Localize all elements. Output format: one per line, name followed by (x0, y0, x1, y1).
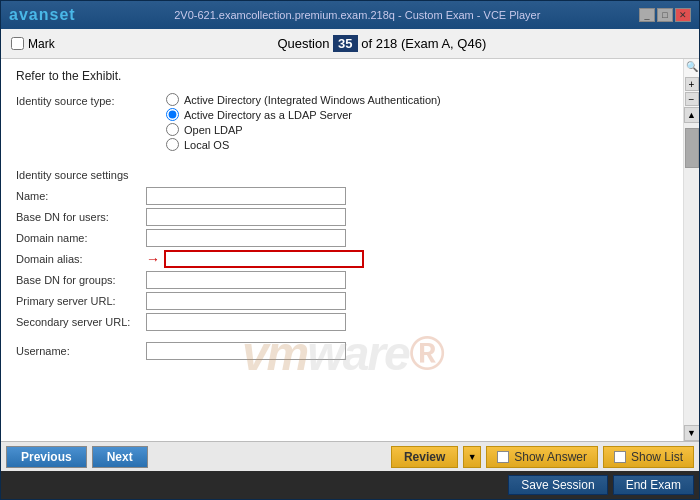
field-name-row: Name: (16, 187, 668, 205)
show-list-button[interactable]: Show List (603, 446, 694, 468)
mark-checkbox-input[interactable] (11, 37, 24, 50)
content-area: Refer to the Exhibit. Identity source ty… (1, 59, 683, 441)
search-icon: 🔍 (685, 59, 699, 73)
field-domain-name-label: Domain name: (16, 232, 146, 244)
field-name-input[interactable] (146, 187, 346, 205)
radio-label-0: Active Directory (Integrated Windows Aut… (184, 94, 441, 106)
mark-label: Mark (28, 37, 55, 51)
question-toolbar: Mark Question 35 of 218 (Exam A, Q46) (1, 29, 699, 59)
mark-checkbox[interactable]: Mark (11, 37, 55, 51)
scroll-up-button[interactable]: ▲ (684, 107, 700, 123)
main-content-area: Refer to the Exhibit. Identity source ty… (1, 59, 699, 441)
logo-text: avanset (9, 6, 76, 23)
bottom-controls: Previous Next Review ▼ Show Answer Show … (1, 441, 699, 471)
window-controls: _ □ ✕ (639, 8, 691, 22)
answer-checkbox-icon (497, 451, 509, 463)
bottom-bar: Save Session End Exam (1, 471, 699, 499)
field-basedn-groups-row: Base DN for groups: (16, 271, 668, 289)
field-basedn-users-row: Base DN for users: (16, 208, 668, 226)
field-basedn-groups-label: Base DN for groups: (16, 274, 146, 286)
field-primary-url-label: Primary server URL: (16, 295, 146, 307)
main-window: avanset 2V0-621.examcollection.premium.e… (0, 0, 700, 500)
show-answer-label: Show Answer (514, 450, 587, 464)
title-bar-left: avanset (9, 6, 76, 24)
window-title: 2V0-621.examcollection.premium.exam.218q… (76, 9, 639, 21)
radio-ad-ldap[interactable] (166, 108, 179, 121)
scrollbar: 🔍 + − ▲ ▼ (683, 59, 699, 441)
question-info: Question 35 of 218 (Exam A, Q46) (75, 36, 689, 51)
scroll-track (684, 123, 700, 425)
field-basedn-users-label: Base DN for users: (16, 211, 146, 223)
show-list-label: Show List (631, 450, 683, 464)
field-secondary-url-label: Secondary server URL: (16, 316, 146, 328)
field-domain-name-input[interactable] (146, 229, 346, 247)
field-basedn-groups-input[interactable] (146, 271, 346, 289)
radio-group: Active Directory (Integrated Windows Aut… (166, 93, 441, 153)
field-secondary-url-row: Secondary server URL: (16, 313, 668, 331)
next-button[interactable]: Next (92, 446, 148, 468)
field-domain-alias-input[interactable] (164, 250, 364, 268)
previous-button[interactable]: Previous (6, 446, 87, 468)
field-basedn-users-input[interactable] (146, 208, 346, 226)
show-answer-button[interactable]: Show Answer (486, 446, 598, 468)
logo: avanset (9, 6, 76, 24)
review-button[interactable]: Review (391, 446, 458, 468)
minimize-button[interactable]: _ (639, 8, 655, 22)
title-bar: avanset 2V0-621.examcollection.premium.e… (1, 1, 699, 29)
radio-label-3: Local OS (184, 139, 229, 151)
identity-settings-label: Identity source settings (16, 169, 668, 181)
field-domain-name-row: Domain name: (16, 229, 668, 247)
field-username-input[interactable] (146, 342, 346, 360)
zoom-out-button[interactable]: − (685, 92, 699, 106)
close-button[interactable]: ✕ (675, 8, 691, 22)
exhibit-text: Refer to the Exhibit. (16, 69, 668, 83)
field-domain-alias-row: Domain alias: → (16, 250, 668, 268)
radio-local-os[interactable] (166, 138, 179, 151)
exhibit-label: Refer to the Exhibit. (16, 69, 121, 83)
radio-open-ldap[interactable] (166, 123, 179, 136)
end-exam-button[interactable]: End Exam (613, 475, 694, 495)
question-total: of 218 (Exam A, Q46) (361, 36, 486, 51)
scroll-thumb[interactable] (685, 128, 699, 168)
field-name-label: Name: (16, 190, 146, 202)
identity-source-type-row: Identity source type: Active Directory (… (16, 93, 668, 161)
field-domain-alias-label: Domain alias: (16, 253, 146, 265)
radio-label-1: Active Directory as a LDAP Server (184, 109, 352, 121)
radio-label-2: Open LDAP (184, 124, 243, 136)
field-primary-url-row: Primary server URL: (16, 292, 668, 310)
radio-item-1: Active Directory as a LDAP Server (166, 108, 441, 121)
radio-item-0: Active Directory (Integrated Windows Aut… (166, 93, 441, 106)
question-number: 35 (333, 35, 357, 52)
review-arrow-button[interactable]: ▼ (463, 446, 481, 468)
list-checkbox-icon (614, 451, 626, 463)
identity-source-type-label: Identity source type: (16, 93, 146, 107)
field-secondary-url-input[interactable] (146, 313, 346, 331)
question-label: Question (277, 36, 329, 51)
zoom-controls: + − (685, 77, 699, 107)
logo-accent: van (19, 6, 50, 23)
zoom-in-button[interactable]: + (685, 77, 699, 91)
field-username-label: Username: (16, 345, 146, 357)
field-primary-url-input[interactable] (146, 292, 346, 310)
scroll-down-button[interactable]: ▼ (684, 425, 700, 441)
radio-item-3: Local OS (166, 138, 441, 151)
field-username-row: Username: (16, 342, 668, 360)
radio-ad-integrated[interactable] (166, 93, 179, 106)
save-session-button[interactable]: Save Session (508, 475, 607, 495)
arrow-indicator: → (146, 251, 160, 267)
maximize-button[interactable]: □ (657, 8, 673, 22)
radio-item-2: Open LDAP (166, 123, 441, 136)
